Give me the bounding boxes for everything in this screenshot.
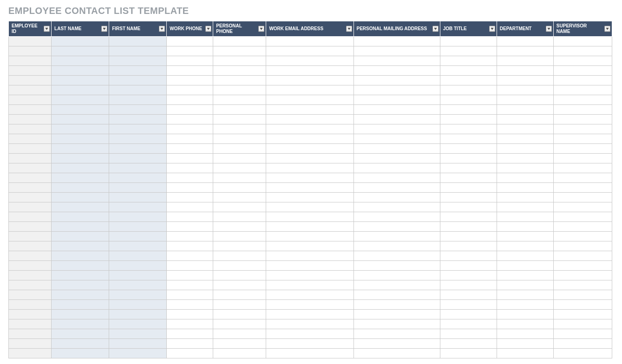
cell[interactable] — [354, 115, 440, 124]
cell[interactable] — [266, 183, 354, 193]
cell[interactable] — [440, 232, 497, 241]
cell[interactable] — [440, 290, 497, 300]
cell[interactable] — [213, 280, 266, 290]
cell[interactable] — [52, 349, 109, 358]
cell[interactable] — [440, 37, 497, 46]
cell[interactable] — [167, 290, 213, 300]
cell[interactable] — [354, 280, 440, 290]
cell[interactable] — [354, 241, 440, 251]
cell[interactable] — [167, 193, 213, 202]
cell[interactable] — [553, 124, 612, 134]
cell[interactable] — [440, 222, 497, 232]
cell[interactable] — [497, 232, 553, 241]
cell[interactable] — [213, 232, 266, 241]
cell[interactable] — [266, 37, 354, 46]
cell[interactable] — [52, 37, 109, 46]
cell[interactable] — [354, 222, 440, 232]
cell[interactable] — [109, 319, 167, 329]
filter-dropdown-icon[interactable] — [101, 26, 107, 32]
cell[interactable] — [109, 37, 167, 46]
cell[interactable] — [109, 95, 167, 105]
cell[interactable] — [52, 241, 109, 251]
cell[interactable] — [440, 339, 497, 349]
cell[interactable] — [213, 251, 266, 261]
cell[interactable] — [9, 115, 52, 124]
cell[interactable] — [9, 37, 52, 46]
cell[interactable] — [354, 183, 440, 193]
cell[interactable] — [167, 56, 213, 66]
cell[interactable] — [109, 232, 167, 241]
cell[interactable] — [109, 134, 167, 144]
cell[interactable] — [109, 310, 167, 319]
cell[interactable] — [266, 300, 354, 310]
cell[interactable] — [354, 46, 440, 56]
cell[interactable] — [553, 212, 612, 222]
cell[interactable] — [109, 66, 167, 76]
cell[interactable] — [109, 349, 167, 358]
cell[interactable] — [440, 319, 497, 329]
cell[interactable] — [52, 85, 109, 95]
cell[interactable] — [9, 76, 52, 85]
cell[interactable] — [9, 241, 52, 251]
cell[interactable] — [52, 271, 109, 280]
cell[interactable] — [9, 46, 52, 56]
cell[interactable] — [9, 290, 52, 300]
cell[interactable] — [266, 144, 354, 154]
cell[interactable] — [109, 124, 167, 134]
cell[interactable] — [553, 46, 612, 56]
cell[interactable] — [440, 76, 497, 85]
cell[interactable] — [52, 222, 109, 232]
cell[interactable] — [109, 85, 167, 95]
cell[interactable] — [213, 193, 266, 202]
cell[interactable] — [553, 319, 612, 329]
cell[interactable] — [9, 261, 52, 271]
cell[interactable] — [9, 329, 52, 339]
filter-dropdown-icon[interactable] — [432, 26, 439, 32]
cell[interactable] — [9, 271, 52, 280]
cell[interactable] — [213, 124, 266, 134]
cell[interactable] — [354, 95, 440, 105]
cell[interactable] — [167, 329, 213, 339]
filter-dropdown-icon[interactable] — [346, 26, 352, 32]
cell[interactable] — [167, 46, 213, 56]
cell[interactable] — [440, 154, 497, 163]
cell[interactable] — [213, 271, 266, 280]
col-header-employee-id[interactable]: EMPLOYEE ID — [9, 21, 52, 37]
cell[interactable] — [213, 202, 266, 212]
cell[interactable] — [167, 261, 213, 271]
cell[interactable] — [497, 66, 553, 76]
cell[interactable] — [167, 144, 213, 154]
col-header-work-email[interactable]: WORK EMAIL ADDRESS — [266, 21, 354, 37]
cell[interactable] — [167, 76, 213, 85]
cell[interactable] — [440, 95, 497, 105]
cell[interactable] — [440, 46, 497, 56]
cell[interactable] — [354, 154, 440, 163]
cell[interactable] — [354, 261, 440, 271]
cell[interactable] — [553, 85, 612, 95]
cell[interactable] — [9, 300, 52, 310]
col-header-first-name[interactable]: FIRST NAME — [109, 21, 167, 37]
cell[interactable] — [9, 339, 52, 349]
cell[interactable] — [354, 37, 440, 46]
cell[interactable] — [167, 115, 213, 124]
col-header-personal-phone[interactable]: PERSONAL PHONE — [213, 21, 266, 37]
cell[interactable] — [497, 349, 553, 358]
cell[interactable] — [497, 202, 553, 212]
cell[interactable] — [167, 232, 213, 241]
cell[interactable] — [52, 261, 109, 271]
cell[interactable] — [497, 144, 553, 154]
cell[interactable] — [52, 212, 109, 222]
filter-dropdown-icon[interactable] — [159, 26, 165, 32]
cell[interactable] — [440, 105, 497, 115]
filter-dropdown-icon[interactable] — [44, 26, 50, 32]
cell[interactable] — [167, 241, 213, 251]
cell[interactable] — [440, 310, 497, 319]
cell[interactable] — [109, 241, 167, 251]
cell[interactable] — [9, 124, 52, 134]
cell[interactable] — [553, 261, 612, 271]
cell[interactable] — [9, 66, 52, 76]
cell[interactable] — [52, 202, 109, 212]
cell[interactable] — [266, 232, 354, 241]
cell[interactable] — [52, 251, 109, 261]
cell[interactable] — [52, 280, 109, 290]
